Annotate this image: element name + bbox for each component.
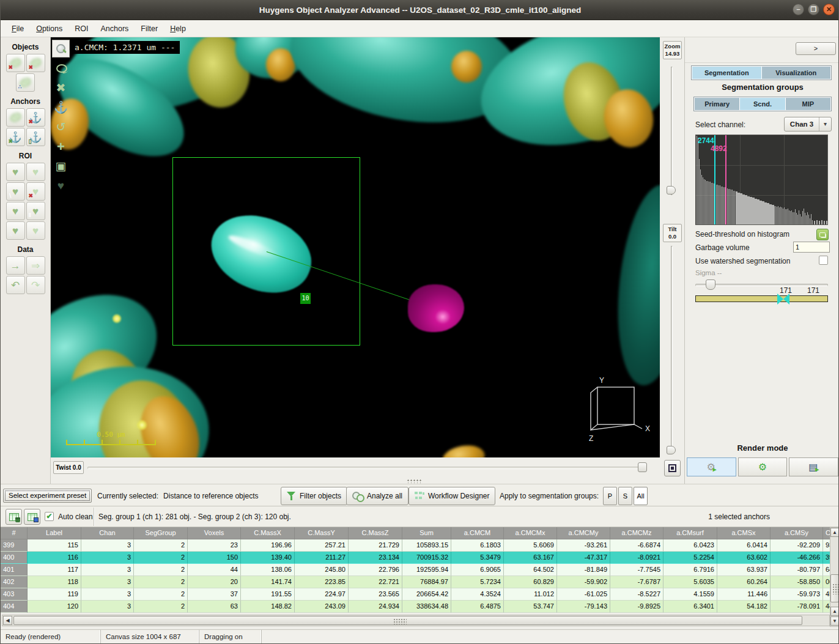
table-row[interactable]: 4031193237191.55224.9723.565206654.424.3… xyxy=(1,588,830,601)
apply-group-p-button[interactable]: P xyxy=(603,487,617,505)
column-header-a.cmcmx[interactable]: a.CMCMx xyxy=(504,527,557,539)
export-data-button[interactable]: → xyxy=(6,256,25,275)
object-data-table[interactable]: #LabelChanSegGroupVoxelsC.MassXC.MassYC.… xyxy=(1,527,830,613)
table-row[interactable]: 4041203263148.82243.0924.934338634.486.4… xyxy=(1,601,830,613)
column-header-a.cmcmy[interactable]: a.CMCMy xyxy=(557,527,610,539)
filter-objects-button[interactable]: Filter objects xyxy=(281,487,347,505)
column-header-a.cmcm[interactable]: a.CMCM xyxy=(451,527,504,539)
anchor-tool[interactable]: ⚓ xyxy=(52,98,70,116)
seed-threshold-pick-button[interactable] xyxy=(816,229,829,240)
column-header-a.cmsurf[interactable]: a.CMsurf xyxy=(663,527,717,539)
column-header-chan[interactable]: Chan xyxy=(81,527,134,539)
roi-invert-button[interactable]: ♥✕ xyxy=(6,221,25,240)
table-row[interactable]: 40011632150139.40211.2723.134700915.325.… xyxy=(1,552,830,564)
apply-group-s-button[interactable]: S xyxy=(618,487,632,505)
render-mode-movie-button[interactable]: ▤▸ xyxy=(789,457,838,476)
roi-light-button[interactable]: ♥ xyxy=(26,163,45,181)
twist-slider-handle[interactable] xyxy=(638,462,647,472)
column-header-a.cmsx[interactable]: a.CMSx xyxy=(717,527,771,539)
delete-all-anchors-button[interactable]: ⚓▯ xyxy=(26,128,45,146)
column-header-voxels[interactable]: Voxels xyxy=(188,527,241,539)
watershed-checkbox[interactable] xyxy=(819,256,828,265)
intensity-histogram[interactable]: 2744 4892 xyxy=(695,135,828,225)
tilt-slider-track[interactable] xyxy=(671,246,673,454)
minimize-button[interactable]: – xyxy=(793,4,804,15)
reference-object-surface[interactable] xyxy=(408,284,464,332)
twist-slider-track[interactable] xyxy=(87,467,646,469)
table-row[interactable]: 4021183220141.74223.8522.72176884.975.72… xyxy=(1,576,830,588)
group-tab-mip[interactable]: MIP xyxy=(786,98,830,110)
column-header-sum[interactable]: Sum xyxy=(402,527,451,539)
close-button[interactable]: ✕ xyxy=(823,4,835,15)
copy-data-button[interactable]: ⇒ xyxy=(26,256,45,275)
pan-tool[interactable]: + xyxy=(52,138,70,155)
pick-objects-group-button[interactable]: ✖ xyxy=(26,54,45,72)
vertical-scrollbar[interactable]: ▲ ▲ ▼ xyxy=(830,527,839,627)
group-tab-scnd[interactable]: Scnd. xyxy=(740,98,785,110)
roi-split-button[interactable]: ♥‖ xyxy=(26,202,45,220)
garbage-volume-input[interactable]: 1 xyxy=(793,242,830,253)
tilt-slider-handle[interactable] xyxy=(667,446,676,454)
label-objects-button[interactable]: ∴ xyxy=(16,73,35,92)
pick-object-button[interactable]: ✖ xyxy=(6,54,25,72)
title-bar[interactable]: Huygens Object Analyzer Advanced -- U2OS… xyxy=(1,1,839,20)
menu-file[interactable]: File xyxy=(6,23,30,35)
threshold-range-bar[interactable] xyxy=(695,295,828,302)
roi-new-button[interactable]: ♥ xyxy=(6,163,25,181)
zoom-tool[interactable] xyxy=(52,40,70,57)
tab-segmentation[interactable]: Segmentation xyxy=(692,67,761,79)
rotate-scene-tool[interactable]: ↺ xyxy=(52,118,70,136)
horizontal-scroll-thumb[interactable] xyxy=(13,616,802,625)
workflow-designer-button[interactable]: Workflow Designer xyxy=(408,487,495,505)
menu-help[interactable]: Help xyxy=(164,23,192,35)
clear-table-button[interactable] xyxy=(6,509,22,525)
analyze-all-button[interactable]: Analyze all xyxy=(346,487,408,505)
sash-grip[interactable] xyxy=(407,479,423,483)
table-row[interactable]: 4011173244138.06245.8022.796192595.946.9… xyxy=(1,564,830,576)
apply-group-all-button[interactable]: All xyxy=(634,487,648,505)
column-header-c.massy[interactable]: C.MassY xyxy=(295,527,349,539)
roi-delete-button[interactable]: ♥✖ xyxy=(26,182,45,201)
pick-anchor-surface-button[interactable] xyxy=(6,108,25,127)
roi-subtract-button[interactable]: ♥∖ xyxy=(6,182,25,201)
menu-filter[interactable]: Filter xyxy=(135,23,164,35)
column-header-c.massx[interactable]: C.MassX xyxy=(241,527,295,539)
lasso-select-tool[interactable] xyxy=(52,59,70,77)
select-preset-button[interactable]: Select experiment preset xyxy=(3,489,92,503)
center-view-button[interactable] xyxy=(664,460,681,476)
channel-dropdown[interactable]: Chan 3 ▾ xyxy=(784,117,832,131)
roi-heart-tool[interactable]: ♥ xyxy=(52,177,70,194)
menu-anchors[interactable]: Anchors xyxy=(94,23,135,35)
group-tab-primary[interactable]: Primary xyxy=(695,98,739,110)
column-header-a.cmsy[interactable]: a.CMSy xyxy=(771,527,823,539)
render-viewport[interactable]: 10 a.CMCM: 1.2371 um --- 0.50 μm Y X Z ✖… xyxy=(51,37,660,457)
menu-options[interactable]: Options xyxy=(30,23,68,35)
table-row[interactable]: 3991153223196.96257.2121.729105893.156.1… xyxy=(1,539,830,552)
column-header-a.cmcmz[interactable]: a.CMCMz xyxy=(610,527,663,539)
redo-button[interactable]: ↷ xyxy=(26,276,45,294)
roi-fill-button[interactable]: ♥ xyxy=(26,221,45,240)
scroll-up-button[interactable]: ▲ xyxy=(830,528,839,537)
zoom-slider-track[interactable] xyxy=(671,67,673,195)
tab-visualization[interactable]: Visualization xyxy=(762,67,831,79)
horizontal-scrollbar[interactable]: ◀ xyxy=(2,615,830,626)
vertical-scroll-thumb[interactable] xyxy=(830,574,839,602)
scroll-up-button-2[interactable]: ▲ xyxy=(830,607,839,616)
render-mode-full-button[interactable]: ⚙ xyxy=(738,457,788,476)
render-mode-fast-button[interactable]: ⚙▸ xyxy=(687,457,736,476)
save-table-button[interactable] xyxy=(24,509,40,525)
undo-button[interactable]: ↶ xyxy=(6,276,25,294)
menu-roi[interactable]: ROI xyxy=(68,23,94,35)
maximize-button[interactable]: ❐ xyxy=(808,4,819,15)
column-header-seggroup[interactable]: SegGroup xyxy=(134,527,188,539)
autoclean-checkbox[interactable]: ✔ xyxy=(45,512,54,521)
column-header-cm[interactable]: CM xyxy=(823,527,830,539)
column-header-c.massz[interactable]: C.MassZ xyxy=(349,527,402,539)
expand-panel-button[interactable]: > xyxy=(796,42,836,55)
scroll-down-button[interactable]: ▼ xyxy=(830,616,839,626)
add-anchor-button[interactable]: ⚓✖ xyxy=(26,108,45,127)
column-header-label[interactable]: Label xyxy=(28,527,81,539)
scroll-left-button[interactable]: ◀ xyxy=(3,616,12,625)
move-object-tool[interactable]: ▣ xyxy=(52,157,70,175)
delete-object-tool[interactable]: ✖ xyxy=(52,79,70,97)
